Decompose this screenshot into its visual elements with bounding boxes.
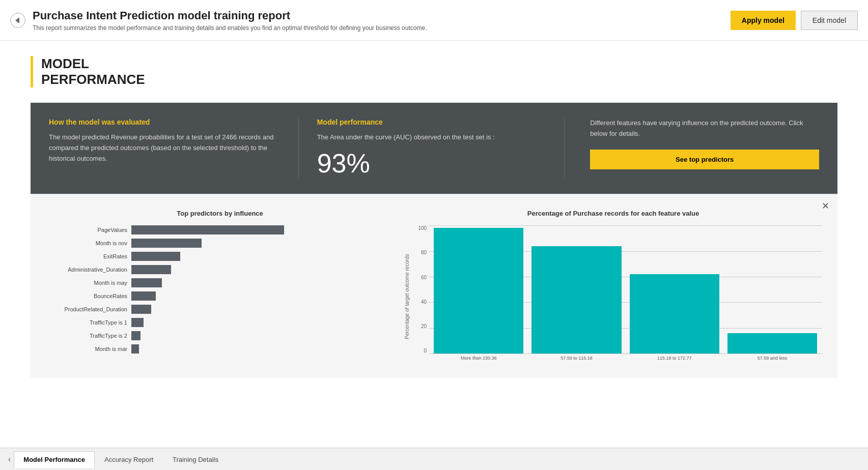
- main-content: MODEL PERFORMANCE How the model was eval…: [0, 41, 868, 448]
- bar-label: Month is may: [46, 280, 127, 286]
- bar-row: Month is mar: [46, 344, 394, 354]
- bar-track: [131, 291, 394, 301]
- bar-track: [131, 305, 394, 314]
- bottom-tabs: ‹ Model PerformanceAccuracy ReportTraini…: [0, 448, 868, 470]
- left-chart: Top predictors by influence PageValuesMo…: [46, 210, 394, 368]
- bar-track: [131, 318, 394, 327]
- header-actions: Apply model Edit model: [731, 11, 858, 30]
- vbar: [531, 246, 621, 354]
- info-col-predictors: Different features have varying influenc…: [585, 118, 819, 179]
- section-title-block: MODEL PERFORMANCE: [31, 56, 837, 87]
- bar-track: [131, 278, 394, 287]
- close-chart-button[interactable]: ✕: [822, 200, 829, 212]
- bar-fill: [131, 305, 151, 314]
- page-title: Purchase Intent Prediction model trainin…: [33, 9, 427, 22]
- right-chart-content: 100806040200More than 230.3657.59 to 115…: [414, 225, 822, 368]
- tab-training-details[interactable]: Training Details: [163, 451, 228, 467]
- performance-title: Model performance: [317, 118, 546, 126]
- bar-fill: [131, 278, 162, 287]
- bar-track: [131, 252, 394, 261]
- bar-row: ExitRates: [46, 252, 394, 261]
- see-top-predictors-button[interactable]: See top predictors: [590, 150, 819, 169]
- vbar-col: [727, 225, 817, 354]
- left-chart-title: Top predictors by influence: [46, 210, 394, 217]
- bar-fill: [131, 291, 156, 301]
- vbar-col: [531, 225, 621, 354]
- info-col-performance: Model performance The Area under the cur…: [298, 118, 565, 179]
- right-chart: Percentage of Purchase records for each …: [404, 210, 822, 368]
- info-panel: How the model was evaluated The model pr…: [31, 103, 837, 194]
- vbar: [630, 274, 719, 354]
- x-label: More than 230.36: [434, 354, 523, 368]
- bar-row: PageValues: [46, 225, 394, 234]
- bar-track: [131, 225, 394, 234]
- edit-model-button[interactable]: Edit model: [801, 11, 858, 30]
- page-subtitle: This report summarizes the model perform…: [33, 24, 427, 32]
- bar-row: Month is nov: [46, 239, 394, 248]
- bar-label: PageValues: [46, 227, 127, 233]
- back-button[interactable]: [10, 13, 25, 28]
- tab-accuracy-report[interactable]: Accuracy Report: [95, 451, 163, 467]
- x-label: 115.18 to 172.77: [630, 354, 719, 368]
- vbar: [727, 333, 817, 354]
- bar-row: Month is may: [46, 278, 394, 287]
- vbar-col: [630, 225, 719, 354]
- bar-track: [131, 344, 394, 354]
- tab-model-performance[interactable]: Model Performance: [14, 451, 95, 468]
- chart-panel: ✕ Top predictors by influence PageValues…: [31, 194, 837, 378]
- evaluation-title: How the model was evaluated: [49, 118, 278, 126]
- vbar: [434, 228, 523, 354]
- bar-track: [131, 331, 394, 340]
- bar-label: ProductRelated_Duration: [46, 306, 127, 312]
- y-tick: 40: [414, 299, 429, 305]
- bar-label: ExitRates: [46, 253, 127, 259]
- y-tick: 60: [414, 275, 429, 280]
- bar-label: TrafficType is 2: [46, 333, 127, 339]
- performance-text: The Area under the curve (AUC) observed …: [317, 132, 546, 143]
- charts-row: Top predictors by influence PageValuesMo…: [46, 210, 822, 368]
- tab-nav-left-button[interactable]: ‹: [5, 455, 14, 464]
- bar-label: Administrative_Duration: [46, 267, 127, 273]
- section-title: MODEL PERFORMANCE: [41, 56, 145, 87]
- bar-track: [131, 265, 394, 274]
- bar-label: BounceRates: [46, 293, 127, 299]
- evaluation-text: The model predicted Revenue probabilitie…: [49, 132, 278, 164]
- right-chart-inner: 100806040200More than 230.3657.59 to 115…: [414, 225, 822, 368]
- back-arrow-icon: [15, 17, 19, 23]
- bar-label: Month is mar: [46, 346, 127, 352]
- y-axis-label: Percentage of target outcome records: [404, 225, 412, 368]
- header: Purchase Intent Prediction model trainin…: [0, 0, 868, 41]
- auc-value: 93%: [317, 148, 546, 179]
- bar-fill: [131, 239, 202, 248]
- predictors-text: Different features have varying influenc…: [590, 118, 819, 139]
- bar-row: ProductRelated_Duration: [46, 305, 394, 314]
- bar-row: Administrative_Duration: [46, 265, 394, 274]
- y-tick: 20: [414, 324, 429, 329]
- bar-row: TrafficType is 2: [46, 331, 394, 340]
- bar-row: BounceRates: [46, 291, 394, 301]
- bar-fill: [131, 344, 139, 354]
- info-col-evaluation: How the model was evaluated The model pr…: [49, 118, 278, 179]
- apply-model-button[interactable]: Apply model: [731, 11, 796, 30]
- tabs-container: Model PerformanceAccuracy ReportTraining…: [14, 451, 228, 467]
- app-container: Purchase Intent Prediction model trainin…: [0, 0, 868, 470]
- bar-fill: [131, 318, 144, 327]
- bar-fill: [131, 252, 180, 261]
- bar-fill: [131, 265, 171, 274]
- bar-fill: [131, 331, 141, 340]
- bar-fill: [131, 225, 284, 234]
- bar-label: TrafficType is 1: [46, 319, 127, 326]
- right-chart-title: Percentage of Purchase records for each …: [404, 210, 822, 217]
- bar-label: Month is nov: [46, 240, 127, 246]
- header-left: Purchase Intent Prediction model trainin…: [10, 9, 427, 32]
- bar-chart: PageValuesMonth is novExitRatesAdministr…: [46, 225, 394, 354]
- x-label: 57.59 and less: [727, 354, 817, 368]
- y-tick: 100: [414, 225, 429, 231]
- bar-row: TrafficType is 1: [46, 318, 394, 327]
- y-tick: 0: [414, 348, 429, 354]
- y-tick: 80: [414, 250, 429, 255]
- x-label: 57.59 to 115.18: [531, 354, 621, 368]
- header-title-block: Purchase Intent Prediction model trainin…: [33, 9, 427, 32]
- vbar-col: [434, 225, 523, 354]
- section-title-bar: [31, 56, 33, 87]
